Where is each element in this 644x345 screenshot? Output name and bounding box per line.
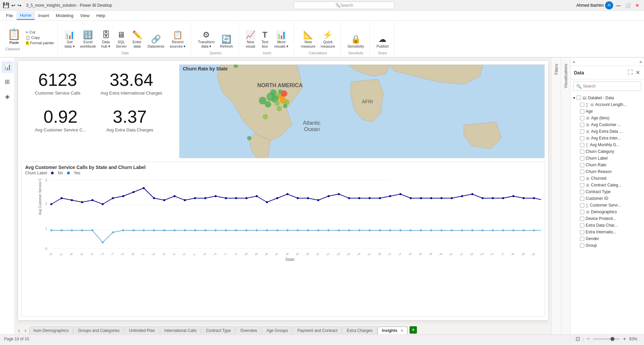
close-button[interactable]: ✕ bbox=[633, 2, 641, 9]
tab-extra-charges[interactable]: Extra Charges bbox=[342, 327, 377, 334]
svg-point-79 bbox=[492, 197, 494, 199]
tab-churn-demographics[interactable]: hurn Demographics bbox=[29, 327, 73, 334]
menu-insert[interactable]: Insert bbox=[35, 12, 53, 19]
data-search-box[interactable]: 🔍 bbox=[573, 81, 641, 91]
enter-data-button[interactable]: ✏️ Enterdata bbox=[130, 29, 144, 50]
refresh-button[interactable]: 🔄 Refresh bbox=[218, 33, 235, 50]
tree-item-churn-category[interactable]: Churn Category bbox=[571, 148, 644, 155]
data-search-input[interactable] bbox=[583, 84, 638, 89]
tree-item-extra-data-char[interactable]: Extra Data Char... bbox=[571, 222, 644, 229]
svg-text:Ocean: Ocean bbox=[304, 126, 320, 132]
sql-server-button[interactable]: 🖥 SQLServer bbox=[114, 29, 128, 50]
zoom-in-button[interactable]: + bbox=[621, 336, 628, 342]
tab-unlimited-plan[interactable]: Unlimited Plan bbox=[124, 327, 159, 334]
svg-text:IN: IN bbox=[203, 252, 207, 255]
menu-home[interactable]: Home bbox=[16, 11, 35, 20]
tab-overview[interactable]: Overview bbox=[236, 327, 261, 334]
transform-data-button[interactable]: ⚙ Transformdata ▾ bbox=[196, 29, 217, 50]
tab-groups-and-categories[interactable]: Groups and Categories bbox=[73, 327, 124, 334]
svg-point-109 bbox=[286, 229, 288, 231]
menu-view[interactable]: View bbox=[77, 12, 93, 19]
svg-text:CA: CA bbox=[90, 252, 95, 255]
paste-button[interactable]: 📋 Paste bbox=[5, 27, 23, 45]
menu-help[interactable]: Help bbox=[93, 12, 109, 19]
tree-item-contract-categ[interactable]: ⊞ Contract Categ... bbox=[571, 182, 644, 188]
minimize-button[interactable]: — bbox=[614, 2, 623, 9]
tab-nav-next[interactable]: › bbox=[22, 327, 28, 334]
tree-checkbox-root[interactable] bbox=[577, 96, 581, 100]
tree-item-age-bins[interactable]: ⊞ Age (bins) bbox=[571, 115, 644, 121]
more-visuals-button[interactable]: 📊 Morevisuals ▾ bbox=[272, 29, 291, 50]
queries-group-label: Queries bbox=[210, 51, 221, 55]
sensitivity-button[interactable]: 🔒 Sensitivity bbox=[345, 33, 366, 50]
publish-button[interactable]: ☁ Publish bbox=[374, 33, 390, 50]
new-visual-button[interactable]: 📈 Newvisual bbox=[244, 29, 258, 50]
dataverse-button[interactable]: 🔗 Dataverse bbox=[146, 33, 166, 50]
tab-add-button[interactable]: + bbox=[410, 326, 417, 334]
tab-international-calls[interactable]: International Calls bbox=[160, 327, 201, 334]
zoom-fit-button[interactable]: ⊡ bbox=[575, 336, 581, 342]
svg-point-61 bbox=[307, 197, 309, 199]
svg-text:GA: GA bbox=[151, 252, 156, 255]
tree-item-avg-extra-inter[interactable]: ⊞ Avg Extra Inter... bbox=[571, 135, 644, 141]
svg-point-71 bbox=[410, 197, 412, 199]
tree-item-avg-extra-data[interactable]: ⊞ Avg Extra Data ... bbox=[571, 128, 644, 135]
status-right: ⊡ | − + 83% bbox=[575, 336, 640, 342]
data-panel-close-icon[interactable]: ✕ bbox=[635, 69, 641, 76]
tree-item-churn-rate[interactable]: Churn Rate bbox=[571, 162, 644, 168]
collapse-right-icon[interactable]: » bbox=[639, 59, 642, 64]
tree-item-age[interactable]: Age bbox=[571, 108, 644, 115]
tab-insights[interactable]: Insights ✕ bbox=[378, 327, 408, 334]
tree-item-demographics[interactable]: ⊞ Demographics bbox=[571, 209, 644, 215]
left-icon-table[interactable]: ⊞ bbox=[1, 76, 13, 88]
tab-close-insights[interactable]: ✕ bbox=[400, 329, 403, 333]
tree-item-extra-internatio[interactable]: Extra Internatio... bbox=[571, 229, 644, 235]
tree-item-customer-servi[interactable]: ∑ Customer Servi... bbox=[571, 202, 644, 209]
quick-measure-button[interactable]: ⚡ Quickmeasure bbox=[319, 29, 337, 50]
filters-label[interactable]: Filters bbox=[554, 61, 559, 77]
save-icon[interactable]: 💾 bbox=[3, 2, 9, 8]
new-measure-button[interactable]: 📐 Newmeasure bbox=[299, 29, 317, 50]
tab-payment-and-contract[interactable]: Payment and Contract bbox=[293, 327, 341, 334]
tree-item-churned[interactable]: ⊞ Churned bbox=[571, 175, 644, 182]
svg-point-98 bbox=[173, 229, 175, 231]
menu-modeling[interactable]: Modeling bbox=[52, 12, 77, 19]
maximize-button[interactable]: ⬜ bbox=[624, 2, 632, 9]
tab-nav-prev[interactable]: ‹ bbox=[16, 327, 22, 334]
tree-item-account-length[interactable]: ∑ ⊞ Account Length... bbox=[571, 101, 644, 108]
left-icon-report[interactable]: 📊 bbox=[1, 61, 13, 73]
tree-item-group[interactable]: Group bbox=[571, 242, 644, 249]
left-icon-model[interactable]: ◈ bbox=[1, 91, 13, 103]
recent-sources-button[interactable]: 📋 Recentsources ▾ bbox=[168, 29, 188, 50]
menu-file[interactable]: File bbox=[3, 12, 16, 19]
tree-item-churn-label[interactable]: Churn Label bbox=[571, 155, 644, 162]
tree-item-churn-reason[interactable]: Churn Reason bbox=[571, 168, 644, 175]
tree-item-gender[interactable]: Gender bbox=[571, 235, 644, 242]
tree-item-customer-id[interactable]: Customer ID bbox=[571, 195, 644, 202]
tree-root-databel[interactable]: ▾ 🗂 Databel - Data bbox=[571, 94, 644, 101]
tree-item-avg-customer[interactable]: ⊞ Avg Customer ... bbox=[571, 121, 644, 128]
zoom-slider[interactable] bbox=[593, 338, 620, 340]
data-hub-button[interactable]: 🗄 Datahub ▾ bbox=[99, 29, 112, 50]
get-data-button[interactable]: 📊 Getdata ▾ bbox=[62, 29, 76, 50]
undo-icon[interactable]: ↩ bbox=[11, 3, 15, 8]
redo-icon[interactable]: ↪ bbox=[17, 3, 21, 8]
svg-point-108 bbox=[276, 229, 278, 231]
tab-age-groups[interactable]: Age Groups bbox=[262, 327, 292, 334]
svg-point-88 bbox=[71, 229, 73, 231]
excel-workbook-button[interactable]: 🔢 Excelworkbook bbox=[78, 29, 98, 50]
format-painter-button[interactable]: A Format painter bbox=[25, 41, 55, 45]
tree-item-contract-type[interactable]: Contract Type bbox=[571, 188, 644, 195]
data-panel-expand-icon[interactable]: ⛶ bbox=[627, 69, 634, 76]
svg-text:3: 3 bbox=[45, 178, 47, 182]
zoom-out-button[interactable]: − bbox=[585, 336, 592, 342]
tree-item-avg-monthly-g[interactable]: ∑ Avg Monthly G... bbox=[571, 141, 644, 148]
copy-button[interactable]: 📋 Copy bbox=[25, 35, 55, 40]
tab-contract-type[interactable]: Contract Type bbox=[202, 327, 235, 334]
collapse-left-icon[interactable]: « bbox=[573, 59, 575, 64]
tree-item-device-protecti[interactable]: Device Protecti... bbox=[571, 215, 644, 222]
cut-button[interactable]: ✂ Cut bbox=[25, 30, 55, 35]
text-box-button[interactable]: T Textbox bbox=[259, 29, 271, 50]
visualizations-label[interactable]: Visualizations bbox=[564, 61, 568, 91]
title-bar-search-box[interactable]: 🔍 Search bbox=[294, 2, 394, 9]
